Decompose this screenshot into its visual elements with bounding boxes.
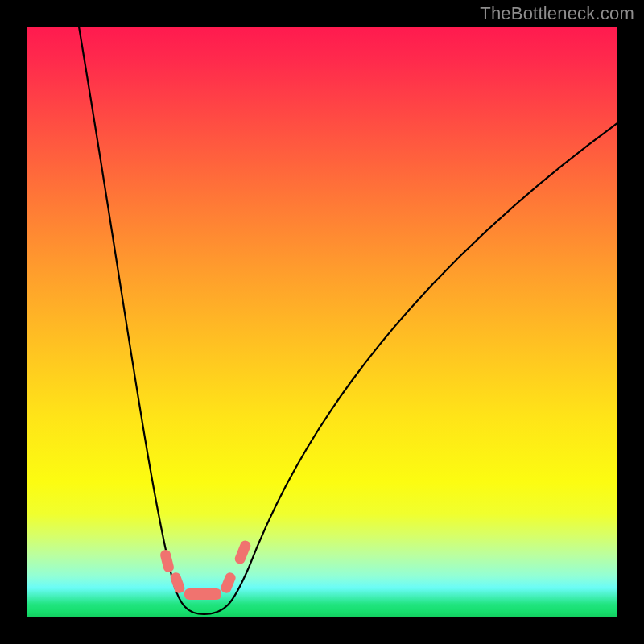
curve-path — [79, 27, 617, 614]
bottleneck-curve — [27, 27, 617, 617]
marker-right-upper — [233, 539, 252, 566]
chart-frame: TheBottleneck.com — [0, 0, 644, 644]
marker-left-lower — [169, 572, 186, 595]
plot-area — [27, 27, 617, 617]
watermark-text: TheBottleneck.com — [480, 3, 634, 24]
marker-trough — [184, 588, 221, 600]
marker-right-lower — [220, 572, 237, 595]
marker-left-upper — [159, 549, 175, 573]
